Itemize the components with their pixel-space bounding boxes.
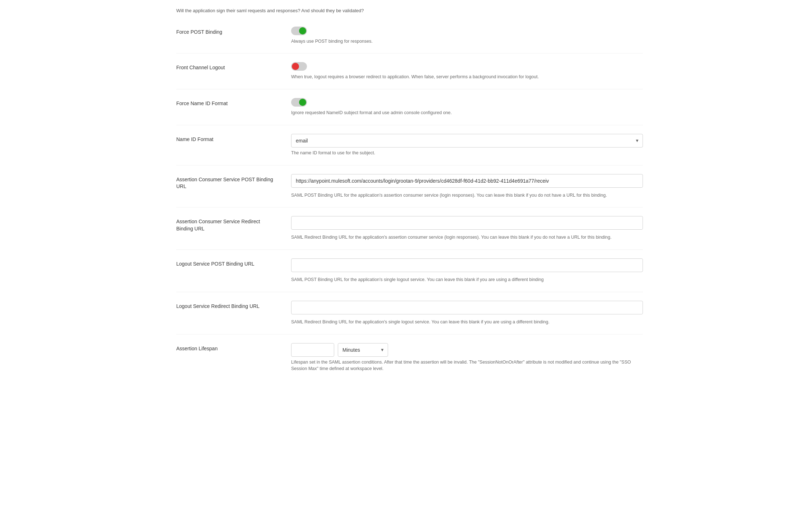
name-id-format-label-col: Name ID Format [176, 134, 291, 143]
logout-redirect-binding-url-label: Logout Service Redirect Binding URL [176, 303, 260, 309]
force-post-binding-toggle-knob [299, 27, 306, 34]
logout-redirect-binding-url-input[interactable] [291, 301, 643, 314]
name-id-format-hint: The name ID format to use for the subjec… [291, 150, 643, 156]
assertion-lifespan-inputs: Minutes Seconds Hours Days ▼ [291, 343, 643, 357]
front-channel-logout-control: When true, logout requires a browser red… [291, 62, 643, 80]
force-post-binding-hint: Always use POST binding for responses. [291, 38, 643, 45]
assertion-lifespan-label: Assertion Lifespan [176, 346, 218, 351]
acs-post-binding-url-label-col: Assertion Consumer Service POST Binding … [176, 174, 291, 190]
force-name-id-format-toggle-container [291, 98, 643, 107]
acs-post-binding-url-control: SAML POST Binding URL for the applicatio… [291, 174, 643, 199]
settings-form: Force POST Binding Always use POST bindi… [176, 18, 643, 381]
logout-redirect-binding-url-hint: SAML Redirect Binding URL for the applic… [291, 319, 643, 326]
assertion-lifespan-unit-select-container: Minutes Seconds Hours Days ▼ [338, 343, 388, 357]
force-post-binding-control: Always use POST binding for responses. [291, 27, 643, 45]
force-name-id-format-label-col: Force Name ID Format [176, 98, 291, 107]
top-description: Will the application sign their saml req… [176, 7, 643, 18]
name-id-format-label: Name ID Format [176, 136, 213, 142]
settings-page: Will the application sign their saml req… [155, 0, 657, 395]
logout-post-binding-url-control: SAML POST Binding URL for the applicatio… [291, 258, 643, 283]
assertion-lifespan-row: Assertion Lifespan Minutes Seconds Hours… [176, 334, 643, 381]
acs-redirect-binding-url-row: Assertion Consumer Service Redirect Bind… [176, 207, 643, 250]
force-name-id-format-toggle-knob [299, 99, 306, 106]
name-id-format-row: Name ID Format email persistent transien… [176, 125, 643, 165]
logout-post-binding-url-input[interactable] [291, 258, 643, 272]
assertion-lifespan-label-col: Assertion Lifespan [176, 343, 291, 352]
logout-post-binding-url-row: Logout Service POST Binding URL SAML POS… [176, 250, 643, 292]
name-id-format-select[interactable]: email persistent transient unspecified [291, 134, 643, 148]
force-post-binding-label-col: Force POST Binding [176, 27, 291, 36]
acs-redirect-binding-url-label-col: Assertion Consumer Service Redirect Bind… [176, 216, 291, 232]
acs-redirect-binding-url-control: SAML Redirect Binding URL for the applic… [291, 216, 643, 241]
acs-redirect-binding-url-input[interactable] [291, 216, 643, 230]
assertion-lifespan-unit-select[interactable]: Minutes Seconds Hours Days [338, 343, 388, 357]
name-id-format-control: email persistent transient unspecified ▼… [291, 134, 643, 156]
logout-post-binding-url-label-col: Logout Service POST Binding URL [176, 258, 291, 268]
force-post-binding-toggle-container [291, 27, 643, 35]
logout-post-binding-url-label: Logout Service POST Binding URL [176, 261, 255, 267]
logout-post-binding-url-hint: SAML POST Binding URL for the applicatio… [291, 276, 643, 283]
force-name-id-format-hint: Ignore requested NameID subject format a… [291, 109, 643, 116]
front-channel-logout-toggle[interactable] [291, 62, 307, 71]
logout-redirect-binding-url-row: Logout Service Redirect Binding URL SAML… [176, 292, 643, 334]
force-name-id-format-label: Force Name ID Format [176, 100, 228, 106]
assertion-lifespan-control: Minutes Seconds Hours Days ▼ Lifespan se… [291, 343, 643, 373]
acs-post-binding-url-input[interactable] [291, 174, 643, 188]
logout-redirect-binding-url-label-col: Logout Service Redirect Binding URL [176, 301, 291, 310]
force-name-id-format-toggle[interactable] [291, 98, 307, 107]
force-name-id-format-control: Ignore requested NameID subject format a… [291, 98, 643, 116]
assertion-lifespan-hint: Lifespan set in the SAML assertion condi… [291, 359, 643, 373]
front-channel-logout-label: Front Channel Logout [176, 65, 225, 70]
front-channel-logout-toggle-container [291, 62, 643, 71]
assertion-lifespan-input[interactable] [291, 343, 334, 357]
force-post-binding-toggle[interactable] [291, 27, 307, 35]
acs-redirect-binding-url-label: Assertion Consumer Service Redirect Bind… [176, 219, 260, 231]
acs-redirect-binding-url-hint: SAML Redirect Binding URL for the applic… [291, 234, 643, 241]
acs-post-binding-url-label: Assertion Consumer Service POST Binding … [176, 177, 273, 190]
force-post-binding-row: Force POST Binding Always use POST bindi… [176, 18, 643, 54]
logout-redirect-binding-url-control: SAML Redirect Binding URL for the applic… [291, 301, 643, 326]
acs-post-binding-url-hint: SAML POST Binding URL for the applicatio… [291, 192, 643, 199]
acs-post-binding-url-row: Assertion Consumer Service POST Binding … [176, 165, 643, 208]
force-post-binding-label: Force POST Binding [176, 29, 222, 35]
force-name-id-format-row: Force Name ID Format Ignore requested Na… [176, 89, 643, 125]
front-channel-logout-toggle-knob [292, 63, 299, 70]
name-id-format-select-container: email persistent transient unspecified ▼ [291, 134, 643, 148]
front-channel-logout-hint: When true, logout requires a browser red… [291, 74, 643, 80]
front-channel-logout-label-col: Front Channel Logout [176, 62, 291, 71]
front-channel-logout-row: Front Channel Logout When true, logout r… [176, 53, 643, 89]
